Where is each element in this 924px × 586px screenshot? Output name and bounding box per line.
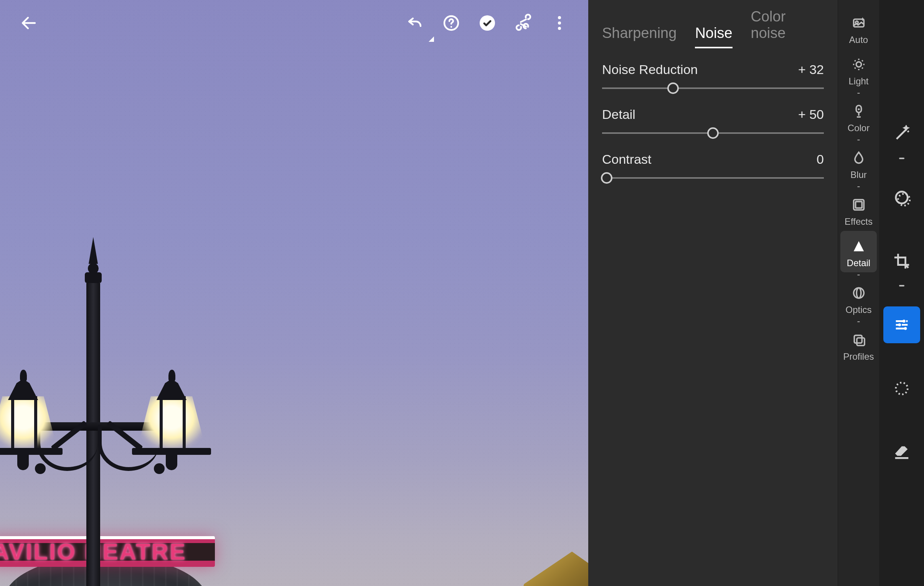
dotted-circle-icon — [893, 380, 911, 397]
top-action-bar — [0, 0, 588, 46]
slider-label: Noise Reduction — [602, 62, 698, 77]
auto-icon — [851, 15, 866, 31]
theatre-sign: AVILIO HEATRE — [0, 536, 215, 567]
image-preview[interactable]: AVILIO HEATRE — [0, 0, 588, 586]
svg-point-8 — [858, 109, 860, 110]
undo-button[interactable] — [397, 5, 433, 41]
slider-track[interactable] — [602, 127, 824, 139]
category-auto[interactable]: Auto — [838, 8, 879, 49]
category-color[interactable]: Color — [838, 96, 879, 137]
svg-point-4 — [558, 27, 561, 30]
category-label: Light — [848, 76, 868, 87]
eraser-icon — [893, 443, 911, 461]
svg-point-12 — [856, 288, 861, 298]
undo-icon — [406, 14, 424, 32]
svg-point-17 — [902, 320, 905, 323]
category-label: Profiles — [843, 351, 874, 362]
undo-indicator-icon — [429, 36, 434, 42]
edit-panel: SharpeningNoiseColor noise Noise Reducti… — [588, 0, 838, 586]
more-vertical-icon — [550, 14, 569, 32]
rail-heal-button[interactable] — [883, 115, 920, 152]
rail-mask-button[interactable] — [883, 179, 920, 216]
slider-detail: Detail+ 50 — [602, 107, 824, 139]
tool-rail — [879, 0, 924, 586]
slider-value: + 50 — [798, 107, 824, 122]
slider-track[interactable] — [602, 172, 824, 184]
slider-label: Contrast — [602, 152, 652, 167]
category-modified-dash: - — [857, 272, 860, 278]
category-label: Color — [848, 123, 870, 133]
tab-sharpening[interactable]: Sharpening — [602, 25, 676, 48]
wand-icon — [893, 125, 911, 143]
optics-icon — [851, 285, 866, 301]
help-button[interactable] — [433, 5, 469, 41]
slider-value: 0 — [817, 152, 824, 167]
category-label: Auto — [849, 35, 868, 45]
slider-thumb[interactable] — [601, 172, 612, 184]
category-light[interactable]: Light — [838, 49, 879, 91]
category-modified-dash: - — [857, 137, 860, 143]
profiles-icon — [851, 332, 866, 347]
category-effects[interactable]: Effects — [838, 189, 879, 231]
theatre-sign-text: AVILIO HEATRE — [0, 536, 215, 567]
category-label: Effects — [845, 216, 873, 227]
tab-colornoise[interactable]: Color noise — [751, 8, 824, 48]
svg-point-19 — [904, 327, 907, 330]
category-optics[interactable]: Optics — [838, 278, 879, 319]
rail-erase-button[interactable] — [883, 434, 920, 471]
category-modified-dash: - — [857, 91, 860, 96]
svg-rect-14 — [857, 338, 865, 346]
more-button[interactable] — [541, 5, 578, 41]
category-modified-dash: - — [857, 319, 860, 324]
help-icon — [442, 14, 460, 32]
category-column: AutoLight-Color-Blur-EffectsDetail-Optic… — [838, 0, 879, 586]
category-detail[interactable]: Detail — [840, 231, 877, 272]
share-icon — [514, 14, 533, 32]
svg-point-11 — [853, 288, 864, 298]
slider-noise_reduction: Noise Reduction+ 32 — [602, 62, 824, 94]
slider-thumb[interactable] — [667, 82, 679, 94]
category-label: Blur — [850, 170, 867, 180]
share-button[interactable] — [505, 5, 541, 41]
svg-point-7 — [856, 62, 861, 67]
slider-thumb[interactable] — [707, 127, 719, 139]
svg-rect-10 — [855, 202, 862, 208]
slider-label: Detail — [602, 107, 635, 122]
color-icon — [851, 104, 866, 119]
sliders-group: Noise Reduction+ 32Detail+ 50Contrast0 — [602, 62, 824, 197]
category-label: Detail — [847, 258, 870, 268]
rail-presets-button[interactable] — [883, 370, 920, 407]
svg-point-18 — [898, 323, 901, 326]
category-profiles[interactable]: Profiles — [838, 324, 879, 366]
lamp-right — [127, 379, 216, 452]
effects-icon — [851, 197, 866, 212]
svg-point-20 — [896, 383, 908, 395]
detail-icon — [851, 239, 866, 254]
slider-value: + 32 — [798, 62, 824, 77]
circle-mask-icon — [893, 189, 911, 206]
lamp-finial — [86, 237, 100, 283]
light-icon — [851, 57, 866, 72]
rail-modified-indicator — [899, 285, 904, 286]
svg-rect-13 — [854, 335, 862, 343]
category-blur[interactable]: Blur — [838, 143, 879, 184]
blur-icon — [851, 150, 866, 166]
lamp-left — [0, 379, 67, 452]
svg-point-2 — [558, 16, 561, 19]
rail-adjust-button[interactable] — [883, 306, 920, 343]
category-label: Optics — [845, 305, 871, 315]
back-button[interactable] — [11, 5, 47, 41]
back-arrow-icon — [20, 14, 38, 32]
tab-noise[interactable]: Noise — [695, 25, 732, 48]
checkmark-circle-icon — [478, 14, 497, 32]
category-modified-dash: - — [857, 184, 860, 189]
rail-modified-indicator — [899, 158, 904, 159]
sliders-icon — [893, 316, 911, 334]
slider-track[interactable] — [602, 82, 824, 94]
svg-point-15 — [896, 192, 908, 204]
detail-tabs: SharpeningNoiseColor noise — [602, 8, 824, 48]
rail-crop-button[interactable] — [883, 243, 920, 280]
svg-point-3 — [558, 21, 561, 25]
apply-button[interactable] — [469, 5, 505, 41]
crop-icon — [893, 252, 911, 270]
